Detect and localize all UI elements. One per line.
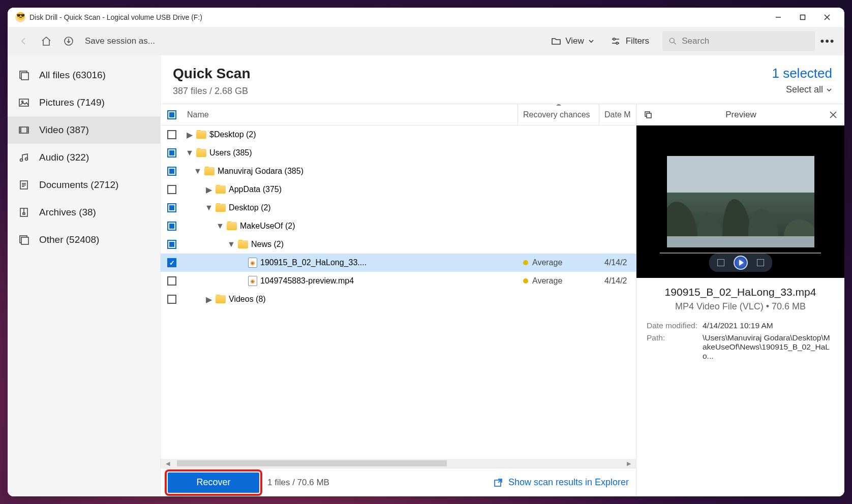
horizontal-scrollbar[interactable]: ◀ ▶	[161, 459, 636, 468]
content-split: Name Recovery chances Date M ▶$Desktop (…	[160, 104, 844, 496]
svg-line-11	[674, 42, 676, 44]
recovery-label: Average	[532, 258, 562, 267]
fullscreen-icon[interactable]	[757, 259, 764, 266]
body: All files (63016) Pictures (7149) Video …	[8, 55, 844, 496]
svg-rect-37	[647, 113, 651, 118]
table-row[interactable]: ▼News (2)	[161, 235, 636, 254]
sidebar: All files (63016) Pictures (7149) Video …	[8, 55, 160, 496]
maximize-button[interactable]	[790, 8, 815, 27]
table-row[interactable]: ▼Desktop (2)	[161, 199, 636, 217]
row-label: AppData (375)	[229, 185, 282, 194]
window-title: Disk Drill - Quick Scan - Logical volume…	[29, 13, 766, 21]
row-checkbox[interactable]	[167, 240, 176, 249]
table-row[interactable]: ▼Manuviraj Godara (385)	[161, 162, 636, 180]
collapse-icon[interactable]: ▼	[205, 203, 212, 212]
sidebar-item-all-files[interactable]: All files (63016)	[8, 61, 160, 89]
header-checkbox[interactable]	[161, 110, 183, 119]
select-all-label: Select all	[786, 84, 823, 95]
sidebar-item-documents[interactable]: Documents (2712)	[8, 171, 160, 199]
row-checkbox[interactable]	[167, 258, 176, 267]
row-label: News (2)	[251, 240, 284, 249]
view-dropdown[interactable]: View	[544, 31, 601, 51]
recover-button[interactable]: Recover	[168, 472, 259, 493]
column-name[interactable]: Name	[183, 104, 518, 125]
chevron-down-icon	[588, 38, 594, 44]
column-recovery[interactable]: Recovery chances	[518, 104, 599, 125]
row-checkbox[interactable]	[167, 185, 176, 194]
home-button[interactable]	[36, 31, 56, 51]
main-area: Quick Scan 387 files / 2.68 GB 1 selecte…	[160, 55, 844, 496]
copy-icon[interactable]	[644, 110, 653, 119]
table-row[interactable]: ▼MakeUseOf (2)	[161, 217, 636, 235]
sidebar-item-video[interactable]: Video (387)	[8, 116, 160, 144]
table-body: ▶$Desktop (2) ▼Users (385) ▼Manuviraj Go…	[161, 125, 636, 459]
app-icon	[15, 12, 25, 22]
table-row[interactable]: 1049745883-preview.mp4 Average 4/14/2	[161, 272, 636, 290]
row-checkbox[interactable]	[167, 148, 176, 158]
row-label: Users (385)	[209, 148, 252, 158]
save-session-label[interactable]: Save session as...	[85, 36, 155, 46]
search-box[interactable]	[662, 31, 815, 51]
sidebar-item-archives[interactable]: Archives (38)	[8, 199, 160, 226]
play-button[interactable]	[734, 256, 748, 270]
preview-video[interactable]	[636, 125, 844, 278]
close-button[interactable]	[815, 8, 839, 27]
svg-point-24	[25, 158, 28, 161]
collapse-icon[interactable]: ▼	[228, 240, 235, 249]
scroll-left-icon[interactable]: ◀	[166, 460, 170, 467]
row-checkbox[interactable]	[167, 167, 176, 176]
search-input[interactable]	[682, 36, 809, 46]
stop-icon[interactable]	[717, 259, 724, 266]
preview-panel: Preview	[636, 104, 844, 496]
svg-point-7	[613, 38, 615, 40]
row-label: MakeUseOf (2)	[240, 222, 295, 231]
collapse-icon[interactable]: ▼	[217, 222, 224, 231]
expand-icon[interactable]: ▶	[205, 185, 212, 195]
window-controls	[766, 8, 839, 27]
close-preview-icon[interactable]	[829, 111, 837, 119]
sidebar-item-label: Audio (322)	[39, 152, 89, 163]
row-checkbox[interactable]	[167, 203, 176, 212]
sidebar-item-other[interactable]: Other (52408)	[8, 226, 160, 254]
row-label: Manuviraj Godara (385)	[218, 167, 303, 176]
table-row[interactable]: ▶Videos (8)	[161, 290, 636, 308]
expand-icon[interactable]: ▶	[186, 130, 193, 140]
svg-point-23	[20, 159, 23, 162]
row-checkbox[interactable]	[167, 295, 176, 304]
minimize-button[interactable]	[766, 8, 790, 27]
page-title: Quick Scan	[173, 66, 251, 82]
sidebar-item-label: Pictures (7149)	[39, 97, 105, 108]
row-label: Videos (8)	[229, 295, 266, 304]
external-link-icon	[493, 478, 503, 488]
expand-icon[interactable]: ▶	[205, 295, 212, 304]
select-all-button[interactable]: Select all	[772, 84, 832, 95]
sidebar-item-label: All files (63016)	[39, 70, 106, 81]
preview-meta: 190915_B_02_HaLong_33.mp4 MP4 Video File…	[636, 278, 844, 372]
row-checkbox[interactable]	[167, 222, 176, 231]
collapse-icon[interactable]: ▼	[194, 167, 201, 176]
svg-rect-33	[21, 237, 28, 244]
scroll-right-icon[interactable]: ▶	[627, 460, 631, 467]
table-row[interactable]: 190915_B_02_HaLong_33.... Average 4/14/2	[161, 254, 636, 272]
svg-line-35	[498, 479, 502, 483]
back-button[interactable]	[14, 31, 34, 51]
sidebar-item-audio[interactable]: Audio (322)	[8, 144, 160, 171]
table-row[interactable]: ▶$Desktop (2)	[161, 125, 636, 144]
app-window: Disk Drill - Quick Scan - Logical volume…	[8, 8, 844, 496]
column-date[interactable]: Date M	[599, 104, 636, 125]
folder-icon	[216, 204, 226, 212]
collapse-icon[interactable]: ▼	[186, 148, 193, 158]
sidebar-item-label: Other (52408)	[39, 234, 99, 245]
table-row[interactable]: ▶AppData (375)	[161, 180, 636, 199]
filters-button[interactable]: Filters	[603, 31, 656, 51]
folder-icon	[551, 36, 561, 46]
folder-icon	[196, 131, 206, 139]
scrollbar-thumb[interactable]	[177, 460, 447, 466]
row-checkbox[interactable]	[167, 276, 176, 286]
save-session-icon[interactable]	[58, 31, 79, 51]
row-checkbox[interactable]	[167, 130, 176, 139]
show-in-explorer-link[interactable]: Show scan results in Explorer	[493, 477, 629, 488]
sidebar-item-pictures[interactable]: Pictures (7149)	[8, 89, 160, 116]
table-row[interactable]: ▼Users (385)	[161, 144, 636, 162]
more-button[interactable]: •••	[817, 31, 838, 51]
